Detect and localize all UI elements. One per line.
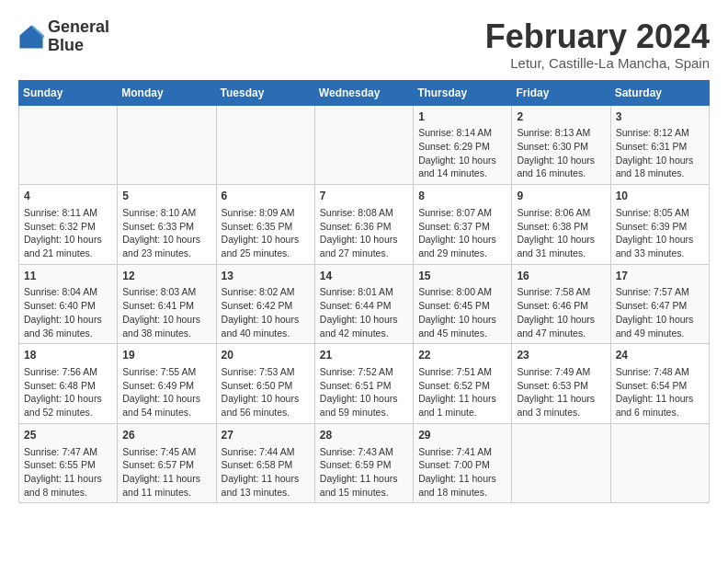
logo-text: General Blue xyxy=(48,18,109,55)
day-info-line: Daylight: 10 hours xyxy=(616,313,704,327)
day-info-line: Daylight: 10 hours xyxy=(122,313,210,327)
logo: General Blue xyxy=(18,18,109,55)
day-info-line: and 25 minutes. xyxy=(222,247,310,260)
day-info-line: and 36 minutes. xyxy=(24,327,112,340)
day-info-line: and 8 minutes. xyxy=(24,486,112,500)
day-number: 15 xyxy=(418,269,506,284)
day-info-line: Sunset: 6:59 PM xyxy=(320,458,408,472)
day-info-line: Sunrise: 8:08 AM xyxy=(320,206,408,220)
day-number: 16 xyxy=(517,269,605,284)
day-number: 8 xyxy=(418,189,506,204)
col-wednesday: Wednesday xyxy=(314,80,413,105)
calendar-cell: 13Sunrise: 8:02 AMSunset: 6:42 PMDayligh… xyxy=(216,264,314,344)
day-number: 11 xyxy=(24,269,112,284)
day-info-line: Sunset: 6:52 PM xyxy=(418,379,506,393)
day-info-line: Daylight: 10 hours xyxy=(616,154,704,167)
calendar-cell xyxy=(314,105,413,185)
day-info-line: Daylight: 11 hours xyxy=(24,472,112,486)
day-info-line: and 15 minutes. xyxy=(320,486,408,500)
calendar-cell xyxy=(610,423,709,503)
day-info-line: Sunrise: 7:43 AM xyxy=(320,445,408,459)
day-info-line: Sunset: 6:50 PM xyxy=(222,379,310,393)
day-info-line: Sunset: 6:36 PM xyxy=(320,220,408,234)
calendar-cell: 22Sunrise: 7:51 AMSunset: 6:52 PMDayligh… xyxy=(414,344,512,424)
day-info-line: Sunrise: 7:53 AM xyxy=(222,365,310,379)
day-info-line: Sunset: 6:42 PM xyxy=(222,299,310,313)
col-saturday: Saturday xyxy=(610,80,709,105)
calendar-week-row: 1Sunrise: 8:14 AMSunset: 6:29 PMDaylight… xyxy=(19,105,710,185)
day-info-line: Daylight: 11 hours xyxy=(517,392,605,406)
day-info-line: Daylight: 10 hours xyxy=(418,154,506,167)
day-info-line: and 49 minutes. xyxy=(616,327,704,340)
calendar-cell: 5Sunrise: 8:10 AMSunset: 6:33 PMDaylight… xyxy=(118,185,216,265)
day-info-line: Daylight: 10 hours xyxy=(122,392,210,406)
calendar-cell: 24Sunrise: 7:48 AMSunset: 6:54 PMDayligh… xyxy=(610,344,709,424)
day-info-line: Sunrise: 8:05 AM xyxy=(616,206,704,220)
day-number: 10 xyxy=(616,189,704,204)
day-info-line: Daylight: 11 hours xyxy=(122,472,210,486)
day-number: 23 xyxy=(517,348,605,363)
calendar-cell: 2Sunrise: 8:13 AMSunset: 6:30 PMDaylight… xyxy=(512,105,610,185)
calendar-cell xyxy=(216,105,314,185)
day-info-line: Sunrise: 8:14 AM xyxy=(418,126,506,140)
day-info-line: Sunset: 6:37 PM xyxy=(418,220,506,234)
day-info-line: and 13 minutes. xyxy=(222,486,310,500)
day-info-line: Daylight: 10 hours xyxy=(320,313,408,327)
day-info-line: Sunrise: 7:56 AM xyxy=(24,365,112,379)
day-info-line: Sunrise: 7:47 AM xyxy=(24,445,112,459)
calendar-cell: 20Sunrise: 7:53 AMSunset: 6:50 PMDayligh… xyxy=(216,344,314,424)
day-info-line: Daylight: 10 hours xyxy=(517,233,605,247)
day-number: 21 xyxy=(320,348,408,363)
day-info-line: Daylight: 10 hours xyxy=(517,154,605,167)
col-monday: Monday xyxy=(118,80,216,105)
day-number: 25 xyxy=(24,428,112,443)
day-info-line: Daylight: 10 hours xyxy=(418,313,506,327)
calendar-cell: 25Sunrise: 7:47 AMSunset: 6:55 PMDayligh… xyxy=(19,423,118,503)
day-info-line: and 31 minutes. xyxy=(517,247,605,260)
calendar-cell: 3Sunrise: 8:12 AMSunset: 6:31 PMDaylight… xyxy=(610,105,709,185)
day-info-line: and 52 minutes. xyxy=(24,406,112,419)
calendar-cell: 27Sunrise: 7:44 AMSunset: 6:58 PMDayligh… xyxy=(216,423,314,503)
day-info-line: Sunrise: 7:49 AM xyxy=(517,365,605,379)
day-info-line: and 56 minutes. xyxy=(222,406,310,419)
day-number: 24 xyxy=(616,348,704,363)
day-number: 28 xyxy=(320,428,408,443)
day-number: 14 xyxy=(320,269,408,284)
day-info-line: Sunset: 6:31 PM xyxy=(616,140,704,154)
col-thursday: Thursday xyxy=(414,80,512,105)
calendar-cell: 14Sunrise: 8:01 AMSunset: 6:44 PMDayligh… xyxy=(314,264,413,344)
day-number: 4 xyxy=(24,189,112,204)
calendar-cell: 18Sunrise: 7:56 AMSunset: 6:48 PMDayligh… xyxy=(19,344,118,424)
day-info-line: Sunset: 6:54 PM xyxy=(616,379,704,393)
calendar-week-row: 4Sunrise: 8:11 AMSunset: 6:32 PMDaylight… xyxy=(19,185,710,265)
day-info-line: Daylight: 11 hours xyxy=(222,472,310,486)
day-info-line: Sunset: 6:55 PM xyxy=(24,458,112,472)
calendar-cell: 29Sunrise: 7:41 AMSunset: 7:00 PMDayligh… xyxy=(414,423,512,503)
day-info-line: and 18 minutes. xyxy=(616,167,704,180)
day-info-line: Sunset: 6:35 PM xyxy=(222,220,310,234)
day-info-line: Sunset: 6:45 PM xyxy=(418,299,506,313)
day-info-line: and 6 minutes. xyxy=(616,406,704,419)
day-number: 9 xyxy=(517,189,605,204)
day-info-line: Sunrise: 8:09 AM xyxy=(222,206,310,220)
day-info-line: Daylight: 10 hours xyxy=(24,392,112,406)
day-info-line: Daylight: 11 hours xyxy=(418,392,506,406)
day-number: 19 xyxy=(122,348,210,363)
day-info-line: Sunset: 6:39 PM xyxy=(616,220,704,234)
day-info-line: Sunset: 6:48 PM xyxy=(24,379,112,393)
svg-marker-0 xyxy=(19,25,42,48)
day-info-line: Daylight: 10 hours xyxy=(24,233,112,247)
day-info-line: Daylight: 10 hours xyxy=(122,233,210,247)
day-info-line: Sunset: 6:46 PM xyxy=(517,299,605,313)
calendar-cell: 4Sunrise: 8:11 AMSunset: 6:32 PMDaylight… xyxy=(19,185,118,265)
day-info-line: Sunset: 6:29 PM xyxy=(418,140,506,154)
title-section: February 2024 Letur, Castille-La Mancha,… xyxy=(485,18,710,71)
day-info-line: Sunset: 6:38 PM xyxy=(517,220,605,234)
day-info-line: Sunset: 6:41 PM xyxy=(122,299,210,313)
day-number: 27 xyxy=(222,428,310,443)
day-info-line: Sunrise: 7:55 AM xyxy=(122,365,210,379)
day-info-line: Sunrise: 7:45 AM xyxy=(122,445,210,459)
day-info-line: Sunset: 6:51 PM xyxy=(320,379,408,393)
calendar-cell: 16Sunrise: 7:58 AMSunset: 6:46 PMDayligh… xyxy=(512,264,610,344)
day-info-line: and 16 minutes. xyxy=(517,167,605,180)
